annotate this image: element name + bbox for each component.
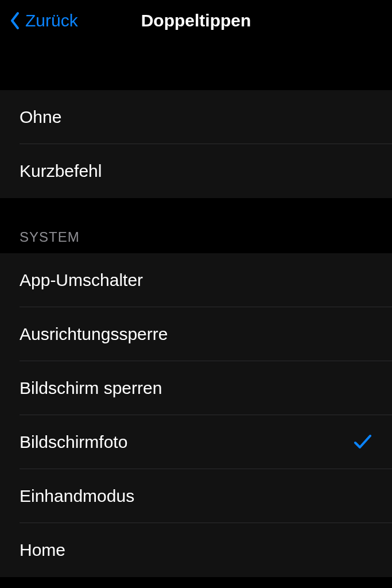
option-ausrichtungssperre[interactable]: Ausrichtungssperre xyxy=(0,307,392,361)
option-label: Kurzbefehl xyxy=(20,161,102,181)
option-label: Einhandmodus xyxy=(20,486,134,506)
option-label: Home xyxy=(20,540,65,560)
option-home[interactable]: Home xyxy=(0,523,392,577)
option-app-umschalter[interactable]: App-Umschalter xyxy=(0,253,392,307)
option-einhandmodus[interactable]: Einhandmodus xyxy=(0,469,392,523)
option-bildschirmfoto[interactable]: Bildschirmfoto xyxy=(0,415,392,469)
option-bildschirm-sperren[interactable]: Bildschirm sperren xyxy=(0,361,392,415)
option-label: Ausrichtungssperre xyxy=(20,324,168,344)
top-section: Ohne Kurzbefehl xyxy=(0,90,392,198)
check-icon xyxy=(353,432,372,452)
back-button[interactable]: Zurück xyxy=(9,11,78,30)
header: Zurück Doppeltippen xyxy=(0,0,392,41)
option-label: Ohne xyxy=(20,107,61,127)
option-kurzbefehl[interactable]: Kurzbefehl xyxy=(0,144,392,198)
system-section-header: SYSTEM xyxy=(0,198,392,253)
option-label: Bildschirmfoto xyxy=(20,432,127,452)
option-label: App-Umschalter xyxy=(20,270,143,290)
back-label: Zurück xyxy=(25,11,78,30)
option-label: Bildschirm sperren xyxy=(20,378,162,398)
option-ohne[interactable]: Ohne xyxy=(0,90,392,144)
header-spacer xyxy=(0,41,392,90)
system-section: App-Umschalter Ausrichtungssperre Bildsc… xyxy=(0,253,392,577)
chevron-left-icon xyxy=(9,11,21,30)
